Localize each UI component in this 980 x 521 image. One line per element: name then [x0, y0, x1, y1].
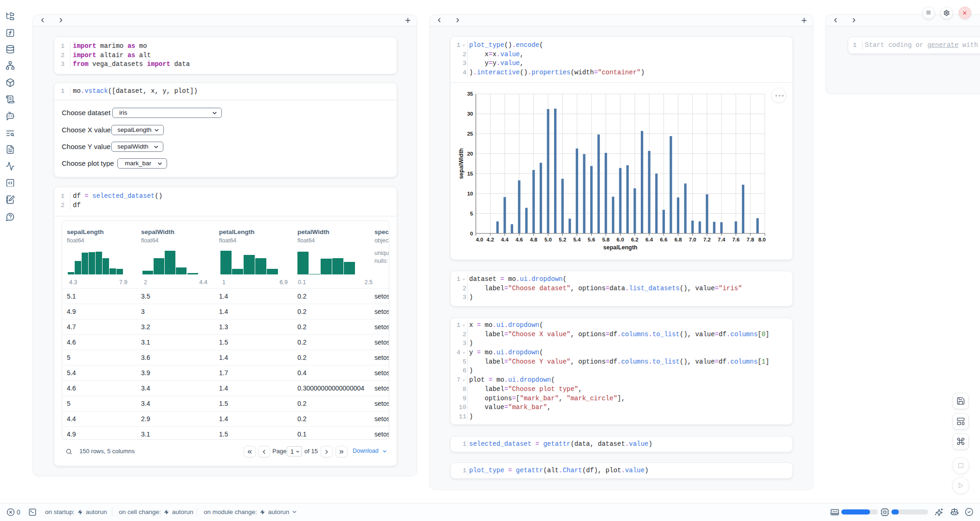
svg-text:8.0: 8.0 [758, 237, 766, 242]
svg-text:5.2: 5.2 [559, 237, 566, 242]
svg-text:5.0: 5.0 [544, 237, 552, 242]
svg-text:7.8: 7.8 [747, 237, 754, 242]
svg-text:25: 25 [467, 131, 473, 137]
svg-text:6.4: 6.4 [645, 237, 653, 242]
svg-text:sepalLength: sepalLength [603, 244, 638, 251]
svg-text:4.6: 4.6 [516, 237, 523, 242]
svg-text:30: 30 [467, 111, 473, 117]
svg-text:4.4: 4.4 [501, 237, 509, 242]
svg-text:6.6: 6.6 [660, 237, 667, 242]
svg-text:6.0: 6.0 [617, 237, 624, 242]
svg-text:4.8: 4.8 [530, 237, 538, 242]
svg-text:35: 35 [467, 91, 473, 97]
svg-text:15: 15 [467, 171, 473, 176]
svg-text:4.2: 4.2 [487, 237, 494, 242]
svg-text:7.0: 7.0 [689, 237, 696, 242]
svg-text:10: 10 [467, 191, 473, 196]
svg-text:5.6: 5.6 [588, 237, 595, 242]
svg-text:7.6: 7.6 [732, 237, 740, 242]
svg-text:20: 20 [467, 151, 473, 156]
svg-text:7.2: 7.2 [703, 237, 711, 242]
svg-text:sepalWidth: sepalWidth [458, 148, 464, 179]
svg-text:0: 0 [470, 231, 473, 236]
svg-text:6.8: 6.8 [674, 237, 682, 242]
svg-text:5.8: 5.8 [602, 237, 610, 242]
svg-text:6.2: 6.2 [631, 237, 638, 242]
svg-text:7.4: 7.4 [718, 237, 726, 242]
svg-text:4.0: 4.0 [476, 237, 484, 242]
svg-text:5.4: 5.4 [573, 237, 581, 242]
svg-text:5: 5 [470, 211, 473, 216]
